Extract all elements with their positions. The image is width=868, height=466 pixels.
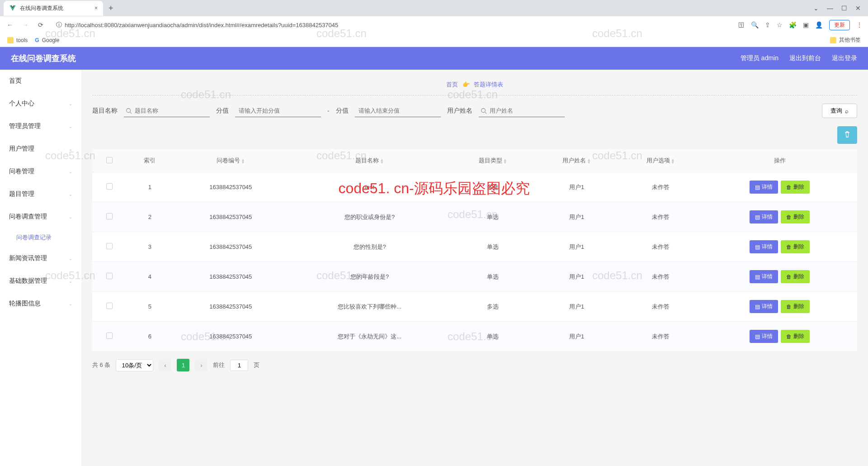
search-icon[interactable]: 🔍 — [751, 21, 759, 29]
sort-icon: ▲▼ — [587, 158, 591, 164]
detail-button[interactable]: ▤ 详情 — [750, 210, 778, 223]
close-icon[interactable]: × — [94, 5, 98, 11]
sidebar-item-survey[interactable]: 问卷调查管理⌄ — [0, 205, 81, 228]
col-type[interactable]: 题目类型▲▼ — [451, 149, 535, 172]
bookmark-google[interactable]: GGoogle — [35, 37, 59, 43]
cell-option: 未作答 — [618, 322, 702, 352]
profile-icon[interactable]: 👤 — [815, 21, 823, 29]
breadcrumb-home[interactable]: 首页 — [446, 81, 458, 88]
chevron-down-icon: ⌄ — [69, 124, 72, 129]
row-checkbox[interactable] — [106, 213, 113, 219]
title-input[interactable] — [124, 105, 210, 117]
col-title[interactable]: 题目名称▲▼ — [288, 149, 451, 172]
list-icon: ▤ — [755, 244, 760, 250]
detail-button[interactable]: ▤ 详情 — [750, 181, 778, 194]
delete-button[interactable]: 🗑 删除 — [781, 270, 810, 283]
table-row: 21638842537045您的职业或身份是?单选用户1未作答▤ 详情🗑 删除 — [92, 202, 857, 232]
page-1-button[interactable]: 1 — [177, 359, 189, 371]
score-start-input[interactable] — [235, 105, 321, 117]
logout-link[interactable]: 退出登录 — [832, 54, 857, 62]
sidebar-item-carousel[interactable]: 轮播图信息⌄ — [0, 292, 81, 315]
sidebar-item-question[interactable]: 题目管理⌄ — [0, 183, 81, 205]
delete-button[interactable]: 🗑 删除 — [781, 210, 810, 223]
share-icon[interactable]: ⇪ — [765, 21, 770, 29]
extensions-icon[interactable]: 🧩 — [789, 21, 797, 29]
checkbox-all[interactable] — [106, 157, 113, 163]
score-end-input[interactable] — [355, 105, 441, 117]
chevron-down-icon: ⌄ — [69, 256, 72, 261]
cell-title: 您的性别是? — [288, 232, 451, 262]
total-label: 共 6 条 — [92, 361, 110, 369]
user-label[interactable]: 管理员 admin — [741, 54, 778, 62]
page-size-select[interactable]: 10条/页 — [116, 359, 153, 371]
user-input[interactable] — [479, 105, 565, 117]
cell-paperid: 1638842537045 — [173, 232, 288, 262]
sidebar-item-paper[interactable]: 问卷管理⌄ — [0, 160, 81, 183]
col-paperid[interactable]: 问卷编号▲▼ — [173, 149, 288, 172]
prev-page-button[interactable]: ‹ — [159, 359, 171, 371]
delete-button[interactable]: 🗑 删除 — [781, 181, 810, 194]
row-checkbox[interactable] — [106, 333, 113, 339]
goto-input[interactable] — [230, 360, 248, 371]
detail-button[interactable]: ▤ 详情 — [750, 330, 778, 343]
back-icon[interactable]: ← — [5, 21, 14, 29]
cell-title: 您比较喜欢下列哪些种... — [288, 292, 451, 322]
bookmark-other[interactable]: 其他书签 — [830, 36, 861, 44]
row-checkbox[interactable] — [106, 243, 113, 249]
minimize-icon[interactable]: — — [827, 5, 833, 12]
action-row — [92, 126, 857, 144]
star-icon[interactable]: ☆ — [777, 21, 783, 29]
browser-tab[interactable]: 在线问卷调查系统 × — [4, 1, 103, 16]
panel-icon[interactable]: ▣ — [803, 21, 809, 29]
sort-icon: ▲▼ — [671, 158, 675, 164]
row-checkbox[interactable] — [106, 273, 113, 279]
query-button[interactable]: 查询⌕ — [822, 104, 857, 118]
breadcrumb: 首页 👉 答题详情表 — [92, 77, 857, 95]
forward-icon[interactable]: → — [21, 21, 30, 29]
sidebar-item-admin[interactable]: 管理员管理⌄ — [0, 115, 81, 138]
bookmark-tools[interactable]: tools — [7, 37, 28, 43]
detail-button[interactable]: ▤ 详情 — [750, 300, 778, 313]
hand-icon: 👉 — [462, 81, 470, 88]
main-content: 首页 👉 答题详情表 题目名称 分值 - 分值 用户姓名 查询⌕ — [81, 70, 868, 466]
close-window-icon[interactable]: ✕ — [855, 5, 861, 12]
row-checkbox[interactable] — [106, 183, 113, 190]
expand-icon[interactable]: ⌄ — [813, 5, 819, 12]
update-button[interactable]: 更新 — [829, 20, 850, 30]
sort-icon: ▲▼ — [380, 158, 384, 164]
maximize-icon[interactable]: ☐ — [841, 5, 847, 12]
cell-paperid: 1638842537045 — [173, 322, 288, 352]
sidebar-item-profile[interactable]: 个人中心⌄ — [0, 92, 81, 115]
col-user[interactable]: 用户姓名▲▼ — [535, 149, 618, 172]
trash-icon: 🗑 — [786, 184, 792, 190]
row-checkbox[interactable] — [106, 303, 113, 309]
search-icon: ⌕ — [845, 108, 849, 114]
sidebar-item-user[interactable]: 用户管理⌄ — [0, 138, 81, 160]
window-controls: ⌄ — ☐ ✕ — [806, 5, 868, 12]
delete-button[interactable]: 🗑 删除 — [781, 300, 810, 313]
delete-all-button[interactable] — [837, 126, 857, 144]
delete-button[interactable]: 🗑 删除 — [781, 330, 810, 343]
url-input[interactable]: ⓘ http://localhost:8080/zaixianwenjuandi… — [52, 19, 732, 31]
next-page-button[interactable]: › — [195, 359, 208, 371]
url-text: http://localhost:8080/zaixianwenjuandiao… — [65, 22, 727, 29]
reload-icon[interactable]: ⟳ — [36, 21, 45, 29]
menu-icon[interactable]: ⋮ — [856, 21, 863, 29]
new-tab-button[interactable]: + — [103, 4, 119, 13]
delete-button[interactable]: 🗑 删除 — [781, 240, 810, 253]
col-action: 操作 — [703, 149, 857, 172]
list-icon: ▤ — [755, 274, 760, 280]
detail-button[interactable]: ▤ 详情 — [750, 270, 778, 283]
key-icon[interactable]: ⚿ — [738, 21, 745, 29]
sidebar-sub-survey-record[interactable]: 问卷调查记录 — [0, 228, 81, 247]
sidebar-item-home[interactable]: 首页 — [0, 70, 81, 92]
cell-action: ▤ 详情🗑 删除 — [703, 232, 857, 262]
trash-icon: 🗑 — [786, 214, 792, 220]
sidebar-item-news[interactable]: 新闻资讯管理⌄ — [0, 247, 81, 270]
exit-front-link[interactable]: 退出到前台 — [789, 54, 821, 62]
col-index[interactable]: 索引 — [127, 149, 173, 172]
detail-button[interactable]: ▤ 详情 — [750, 240, 778, 253]
col-option[interactable]: 用户选项▲▼ — [618, 149, 702, 172]
sidebar-item-basedata[interactable]: 基础数据管理⌄ — [0, 270, 81, 292]
vue-icon — [9, 5, 16, 12]
